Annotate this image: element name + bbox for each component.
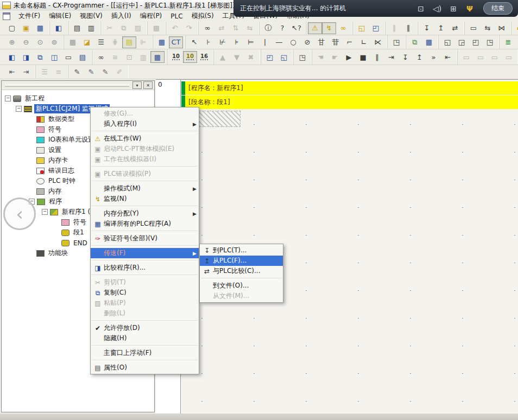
new-window-icon[interactable]: ◧ — [5, 51, 19, 63]
corner-line-icon[interactable]: ∟ — [357, 36, 371, 48]
menubar-item-i[interactable]: 插入(I) — [107, 11, 136, 21]
menubar-item-p[interactable]: 编程(P) — [136, 11, 167, 21]
menu-item-cut[interactable]: ✂剪切(T) — [91, 277, 199, 288]
print-icon[interactable]: ▤ — [70, 22, 84, 34]
new-closed-contact-icon[interactable]: ⊬ — [216, 36, 230, 48]
work-online-sim-icon[interactable]: ◰ — [263, 51, 277, 63]
pause-icon[interactable]: ‖ — [401, 22, 415, 34]
context-help-icon[interactable]: ↖? — [289, 22, 304, 34]
menu-item-compare-program[interactable]: ◨比较程序(R)... — [91, 263, 199, 273]
zoom-in-icon[interactable]: ⊕ — [5, 36, 19, 48]
about-icon[interactable]: ⓘ — [261, 22, 275, 34]
sim-continuous-icon[interactable]: » — [427, 51, 441, 63]
zoom-window-icon[interactable]: ◨ — [19, 51, 33, 63]
compile-all-icon[interactable]: ▦ — [422, 36, 436, 48]
view-dim-icon[interactable]: ⊡ — [122, 51, 136, 63]
monitor-list-icon[interactable]: ⋕ — [108, 36, 122, 48]
vertical-line-icon[interactable]: | — [258, 36, 272, 48]
expander-icon[interactable]: − — [42, 209, 48, 215]
menu-item-allow-docking[interactable]: ✔允许停放(D) — [91, 323, 199, 333]
pen-red-icon[interactable]: ✎ — [98, 66, 112, 78]
select-mode-icon[interactable]: ↖ — [187, 36, 201, 48]
mini-view1-icon[interactable]: ▭ — [459, 51, 473, 63]
fullscreen-icon[interactable]: ⊡ — [413, 4, 429, 13]
zoom-fit-icon[interactable]: ⊙ — [33, 36, 47, 48]
paste-special-icon[interactable]: ▩ — [149, 22, 163, 34]
sim-settings-icon[interactable]: ◱ — [277, 51, 291, 63]
open-file-icon[interactable]: ▣ — [19, 22, 33, 34]
program-comment-row[interactable]: [程序名 : 新程序1] — [181, 81, 518, 95]
time-chart-icon[interactable]: ▦ — [515, 36, 518, 48]
window-close-icon[interactable]: ◲ — [454, 36, 469, 48]
submenu-item-compare-plc[interactable]: ⇄与PLC比较(C)... — [200, 266, 283, 276]
indent-left-icon[interactable]: ⇤ — [5, 66, 19, 78]
save-icon[interactable]: ▦ — [33, 22, 47, 34]
pen-black-icon[interactable]: ✎ — [70, 66, 84, 78]
horizontal-line-icon[interactable]: — — [272, 36, 286, 48]
menu-item-work-online-simulator[interactable]: ▣工作在线模拟器(I) — [91, 154, 199, 164]
watch-dim-icon[interactable]: ≋ — [108, 51, 122, 63]
online-work-icon[interactable]: ⚠ — [308, 22, 322, 34]
replace-icon[interactable]: ⇄ — [214, 22, 229, 34]
new-closed-coil-icon[interactable]: ⊘ — [300, 36, 314, 48]
mnemonic-view-icon[interactable]: ▦ — [155, 36, 169, 48]
tree-item-new-project[interactable]: −新工程 — [2, 93, 154, 104]
indent-right-icon[interactable]: ⇥ — [19, 66, 33, 78]
sim-step-icon[interactable]: ⇥ — [384, 51, 399, 63]
menu-item-operating-mode[interactable]: 操作模式(M)▶ — [91, 183, 199, 194]
sim-pause-icon[interactable]: ‖ — [370, 51, 384, 63]
mini-view2-icon[interactable]: ▭ — [473, 51, 488, 63]
force-set-icon[interactable]: ▲ — [216, 51, 230, 63]
cross-ref-icon[interactable]: ▥ — [136, 51, 150, 63]
menubar-item-s[interactable]: 模拟(S) — [187, 11, 218, 21]
menu-item-modify[interactable]: 修改(G)... — [91, 109, 199, 119]
pen-cancel-icon[interactable]: ✐ — [112, 66, 127, 78]
sim-run-to-end-icon[interactable]: ⇤ — [441, 51, 455, 63]
new-coil-icon[interactable]: ○ — [286, 36, 300, 48]
remote-back-button[interactable]: ‹ — [3, 198, 36, 230]
pause-hand-icon[interactable]: ☚ — [314, 51, 328, 63]
delete-line-icon[interactable]: ⋉ — [371, 36, 385, 48]
tree-panel-grip[interactable] — [5, 84, 129, 87]
online-edit-icon[interactable]: ▭ — [466, 22, 481, 34]
invert-icon[interactable]: ⌐ — [343, 36, 357, 48]
expander-icon[interactable]: − — [16, 106, 22, 112]
menu-item-delete[interactable]: 删除(L) — [91, 308, 199, 319]
find-in-project-icon[interactable]: ⇅ — [229, 22, 243, 34]
sim-run-icon[interactable]: ▶ — [342, 51, 356, 63]
new-file-icon[interactable]: ▢ — [5, 22, 19, 34]
submenu-item-to-file[interactable]: 到文件(O)... — [200, 281, 283, 291]
new-or-contact-icon[interactable]: ⊧ — [230, 36, 244, 48]
sim-stop-icon[interactable]: ■ — [356, 51, 370, 63]
ct-view-icon[interactable]: CT — [169, 36, 183, 48]
new-contact-icon[interactable]: ⊦ — [201, 36, 216, 48]
mini-view3-icon[interactable]: ▭ — [488, 51, 502, 63]
usb-tools-icon[interactable]: Ψ — [462, 4, 478, 13]
stack-icon[interactable]: ⧉ — [408, 36, 422, 48]
data-display-icon[interactable]: ▦ — [150, 51, 165, 63]
pause-hand2-icon[interactable]: ☛ — [328, 51, 342, 63]
copy-icon[interactable]: ⧉ — [117, 22, 131, 34]
compare-with-plc-icon[interactable]: ⇄ — [448, 22, 462, 34]
menu-item-paste[interactable]: ▨粘贴(P) — [91, 298, 199, 308]
window-check-icon[interactable]: ◰ — [469, 36, 483, 48]
pause-monitor-icon[interactable]: ‖ — [387, 22, 401, 34]
data-trace-icon[interactable]: ≣ — [501, 36, 515, 48]
end-session-button[interactable]: 结束 — [483, 2, 513, 15]
sim-network-icon[interactable]: ◰ — [369, 22, 383, 34]
window-symbol-icon[interactable]: ◱ — [440, 36, 454, 48]
menu-item-insert-program[interactable]: 插入程序(I)▶ — [91, 119, 199, 129]
find-icon[interactable]: ∞ — [200, 22, 214, 34]
sim-online-icon[interactable]: ◱ — [355, 22, 369, 34]
menu-item-verify-symbols[interactable]: ✑验证符号(全部)(V) — [91, 233, 199, 244]
float-window-icon[interactable]: ▭ — [61, 51, 75, 63]
io-comment-icon[interactable]: ◳ — [389, 36, 403, 48]
monitor-mode-icon[interactable]: ↯ — [322, 22, 336, 34]
pen-blue-icon[interactable]: ✎ — [84, 66, 98, 78]
speaker-icon[interactable]: ◁) — [429, 4, 445, 13]
mdi-child-icon[interactable] — [3, 12, 10, 20]
download-to-plc-icon[interactable]: ↧ — [420, 22, 434, 34]
menubar-item-e[interactable]: 编辑(E) — [45, 11, 75, 21]
help-icon[interactable]: ? — [275, 22, 289, 34]
menu-item-compile-all[interactable]: ▦编译所有的PLC程序(A) — [91, 219, 199, 229]
